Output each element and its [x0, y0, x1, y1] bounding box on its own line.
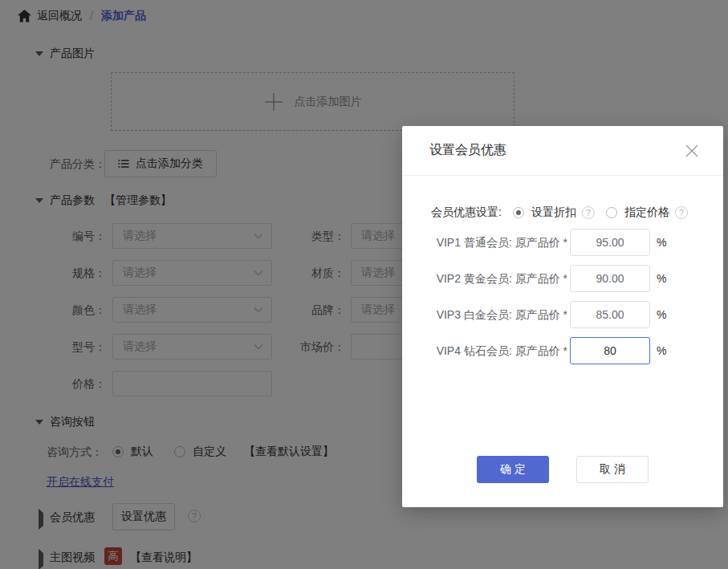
radio-set-discount-label[interactable]: 设置折扣 [531, 205, 576, 220]
radio-fixed-price-label[interactable]: 指定价格 [624, 205, 669, 220]
vip4-unit: % [657, 337, 666, 364]
vip3-discount-input[interactable] [570, 301, 650, 328]
vip4-discount-input[interactable] [570, 337, 650, 364]
vip1-unit: % [657, 229, 666, 256]
vip4-label: VIP4 钻石会员: 原产品价 * [418, 337, 567, 364]
vip3-label: VIP3 白金会员: 原产品价 * [418, 301, 567, 328]
vip2-discount-input[interactable] [570, 265, 650, 292]
vip1-label: VIP1 普通会员: 原产品价 * [418, 229, 567, 256]
cancel-button[interactable]: 取 消 [576, 456, 649, 483]
vip1-discount-input[interactable] [570, 229, 650, 256]
radio-set-discount[interactable] [513, 207, 524, 218]
vip3-unit: % [657, 301, 666, 328]
price-help-icon[interactable] [675, 206, 688, 219]
dialog-title: 设置会员优惠 [429, 142, 506, 159]
discount-setting-label: 会员优惠设置: [431, 205, 502, 220]
dialog-header: 设置会员优惠 [402, 126, 723, 176]
discount-help-icon[interactable] [582, 206, 595, 219]
confirm-button[interactable]: 确 定 [477, 456, 549, 483]
vip2-label: VIP2 黄金会员: 原产品价 * [418, 265, 567, 292]
vip2-unit: % [657, 265, 666, 292]
radio-fixed-price[interactable] [606, 207, 617, 218]
close-icon[interactable] [685, 144, 699, 158]
member-discount-dialog: 设置会员优惠 会员优惠设置: 设置折扣 指定价格 VIP1 普通会员: 原产品价… [402, 126, 723, 507]
